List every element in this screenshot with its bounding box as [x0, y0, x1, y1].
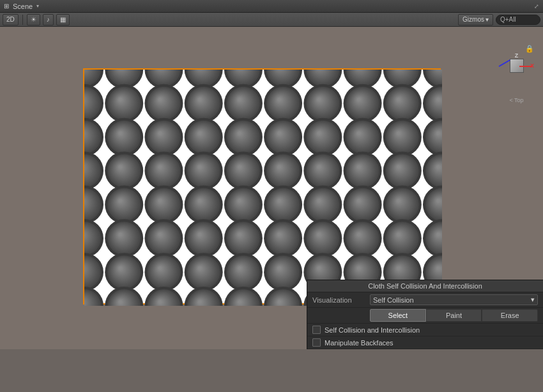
manipulate-backfaces-checkbox[interactable] [312, 338, 321, 347]
sound-icon: ♪ [47, 16, 50, 23]
toolbar: 2D ☀ ♪ ▦ Gizmos ▾ Q+All [0, 13, 543, 27]
gizmos-label: Gizmos [463, 16, 484, 23]
paint-button[interactable]: Paint [426, 309, 482, 322]
scene-icon: ⊞ [4, 3, 9, 10]
bottom-panel: Cloth Self Collision And Intercollision … [307, 280, 543, 349]
search-placeholder: Q+All [500, 16, 516, 23]
z-axis-line [499, 59, 510, 67]
sun-icon: ☀ [31, 16, 36, 23]
fx-button[interactable]: ▦ [56, 14, 70, 26]
z-axis-label: Z [515, 52, 519, 59]
mode-buttons: Select Paint Erase [370, 309, 538, 322]
cloth-dots-canvas [84, 70, 442, 306]
gizmos-arrow: ▾ [486, 16, 489, 23]
erase-button[interactable]: Erase [482, 309, 538, 322]
image-icon: ▦ [60, 16, 66, 23]
visualization-value: Self Collision [373, 296, 414, 304]
scene-viewport[interactable]: 🔒 Z X < Top Cloth Self Collision And Int… [0, 27, 543, 349]
2d-button[interactable]: 2D [3, 14, 19, 26]
manipulate-backfaces-row: Manipulate Backfaces [307, 336, 543, 349]
mode-row: Select Paint Erase [307, 308, 543, 324]
toolbar-separator [22, 15, 23, 25]
panel-title-text: Cloth Self Collision And Intercollision [368, 282, 482, 290]
panel-title: Cloth Self Collision And Intercollision [307, 280, 543, 292]
view-label: < Top [509, 97, 523, 103]
axis-gizmo: Z X < Top [499, 52, 534, 103]
visualization-arrow: ▾ [531, 296, 535, 304]
self-collision-label: Self Collision and Intercollision [325, 326, 420, 334]
audio-button[interactable]: ♪ [43, 14, 54, 26]
visualization-label: Visualization [312, 296, 370, 304]
self-collision-checkbox[interactable] [312, 326, 321, 334]
lighting-button[interactable]: ☀ [27, 14, 40, 26]
manipulate-backfaces-label: Manipulate Backfaces [325, 339, 394, 347]
select-button[interactable]: Select [370, 309, 426, 322]
scene-dropdown-arrow[interactable]: ▾ [36, 3, 39, 9]
scene-label: Scene [13, 3, 33, 10]
self-collision-row: Self Collision and Intercollision [307, 324, 543, 336]
expand-icon[interactable]: ⤢ [534, 3, 539, 10]
visualization-dropdown[interactable]: Self Collision ▾ [370, 294, 538, 305]
x-axis-label: X [530, 63, 534, 69]
search-box: Q+All [496, 15, 540, 25]
visualization-row: Visualization Self Collision ▾ [307, 292, 543, 308]
title-bar: ⊞ Scene ▾ ⤢ [0, 0, 543, 13]
gizmos-button[interactable]: Gizmos ▾ [458, 14, 493, 26]
cloth-mesh [83, 68, 441, 305]
